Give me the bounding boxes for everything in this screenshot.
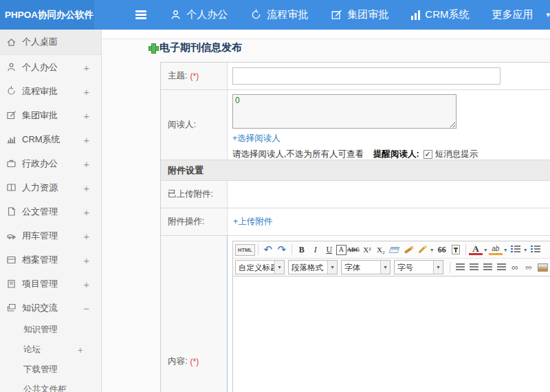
paste-plain-icon[interactable] [449, 243, 463, 257]
sidebar-item-11[interactable]: 项目管理+ [0, 272, 101, 296]
sidebar-subitem-3[interactable]: 下载管理 [0, 360, 101, 380]
sidebar-item-9[interactable]: 用车管理+ [0, 224, 101, 248]
expander-icon[interactable]: + [78, 345, 83, 356]
custom-title-select[interactable]: 自定义标题▾ [235, 260, 285, 274]
sidebar-item-2[interactable]: 个人办公+ [0, 55, 101, 79]
topnav-item-5[interactable]: 更多应用 [492, 8, 533, 21]
sidebar-item-12[interactable]: 知识交流− [0, 296, 101, 320]
expander-icon[interactable]: + [83, 278, 89, 290]
expander-icon[interactable]: + [83, 109, 89, 121]
sidebar-item-7[interactable]: 人力资源+ [0, 175, 101, 199]
sidebar: 个人桌面个人办公+流程审批+集团审批+CRM系统+行政办公+人力资源+公文管理+… [0, 30, 102, 392]
subject-label: 主题: (*) [161, 63, 228, 89]
redo-icon[interactable]: ↷ [275, 243, 289, 257]
underline-icon[interactable]: U [322, 243, 336, 257]
strikethrough-icon[interactable]: ABC [346, 243, 360, 257]
uploaded-attachments-value [228, 181, 550, 208]
ordered-list-icon[interactable] [509, 243, 522, 257]
required-mark: (*) [190, 357, 199, 367]
readers-textarea[interactable]: 0 [232, 94, 456, 129]
expander-icon[interactable]: + [83, 206, 89, 217]
expander-icon[interactable]: + [83, 230, 89, 241]
readers-label: 阅读人: [161, 90, 228, 160]
highlight-color-icon[interactable]: ab [489, 244, 503, 255]
ordered-list-icon-dropdown-arrow[interactable]: ▾ [522, 243, 529, 257]
topnav-item-label: 个人办公 [186, 8, 228, 21]
sidebar-item-label: 个人办公 [22, 61, 58, 74]
topnav-item-2[interactable]: 流程审批 [250, 8, 308, 21]
sidebar-item-4[interactable]: 集团审批+ [0, 103, 101, 127]
insert-image-icon [538, 263, 548, 272]
sidebar-item-6[interactable]: 行政办公+ [0, 151, 101, 175]
process-icon [250, 9, 262, 21]
undo-icon[interactable]: ↶ [261, 243, 275, 257]
topnav-item-3[interactable]: 集团审批 [331, 8, 388, 21]
unordered-list-icon[interactable] [529, 243, 542, 257]
subject-row: 主题: (*) [161, 63, 550, 90]
superscript-icon[interactable]: X² [360, 243, 374, 257]
autotypeset-icon[interactable] [415, 243, 429, 257]
topnav-item-4[interactable]: CRM系统 [411, 8, 469, 21]
align-center-icon [470, 263, 478, 272]
expander-icon[interactable]: + [83, 61, 89, 73]
expander-icon[interactable]: + [83, 254, 89, 265]
insert-image-icon[interactable] [536, 261, 549, 274]
align-right-icon[interactable] [481, 261, 494, 274]
blockquote-icon[interactable]: 66 [435, 243, 449, 257]
topnav-item-1[interactable]: 个人办公 [170, 8, 228, 21]
custom-title-select-arrow-icon[interactable]: ▾ [274, 261, 284, 274]
page-title: 电子期刊信息发布 [160, 41, 242, 54]
html-source-button[interactable]: HTML [235, 244, 255, 256]
unlink-icon[interactable]: ∞ [522, 261, 536, 274]
hamburger-menu-icon[interactable] [135, 10, 146, 19]
font-family-select[interactable]: 字体▾ [341, 260, 390, 274]
sidebar-item-8[interactable]: 公文管理+ [0, 199, 101, 224]
sidebar-subitem-1[interactable]: 知识管理 [0, 320, 101, 340]
book-icon [6, 182, 16, 193]
font-size-select[interactable]: 字号▾ [394, 260, 443, 274]
page-title-row: 电子期刊信息发布 [148, 41, 242, 54]
sidebar-item-label: 公文管理 [22, 206, 58, 218]
link-icon[interactable]: ∞ [508, 261, 522, 274]
upload-attachment-link[interactable]: +上传附件 [233, 216, 272, 228]
sidebar-item-1[interactable]: 个人桌面 [0, 30, 101, 55]
sidebar-item-3[interactable]: 流程审批+ [0, 79, 101, 103]
select-readers-link[interactable]: +选择阅读人 [232, 133, 280, 144]
expander-icon[interactable]: + [83, 157, 89, 169]
align-justify-icon[interactable] [494, 261, 508, 274]
align-center-icon[interactable] [467, 261, 481, 274]
font-family-select-arrow-icon[interactable]: ▾ [380, 261, 390, 274]
char-border-icon[interactable]: A [336, 245, 346, 255]
sidebar-item-10[interactable]: 档案管理+ [0, 248, 101, 272]
paste-plain-icon [452, 245, 460, 254]
expander-icon[interactable]: + [83, 133, 89, 145]
autotypeset-icon-dropdown-arrow[interactable]: ▾ [429, 243, 435, 257]
subscript-icon[interactable]: X₂ [374, 243, 388, 257]
sidebar-item-5[interactable]: CRM系统+ [0, 127, 101, 151]
font-size-select-arrow-icon[interactable]: ▾ [433, 261, 443, 274]
remove-format-icon[interactable] [388, 243, 402, 257]
subject-input[interactable] [232, 67, 500, 85]
bold-icon[interactable]: B [295, 243, 309, 257]
content-label: 内容: (*) [161, 236, 228, 392]
sidebar-item-label: 人力资源 [22, 182, 58, 194]
readers-row: 阅读人: 0 +选择阅读人 请选择阅读人,不选为所有人可查看 提醒阅读人: ✓ … [161, 90, 550, 160]
paragraph-format-select[interactable]: 段落格式▾ [288, 260, 338, 274]
italic-icon[interactable]: I [309, 243, 322, 257]
align-left-icon[interactable] [453, 261, 467, 274]
expander-icon[interactable]: − [83, 302, 89, 314]
highlight-color-icon-dropdown-arrow[interactable]: ▾ [503, 243, 509, 257]
expander-icon[interactable]: + [83, 85, 89, 97]
sidebar-subitem-2[interactable]: 论坛+ [0, 340, 101, 360]
paragraph-format-select-value: 段落格式 [289, 261, 327, 274]
sidebar-subitem-4[interactable]: 公共文件柜 [0, 380, 101, 392]
more-apps-caret-icon[interactable]: ▾ [546, 10, 550, 19]
editor-content-area[interactable] [233, 276, 550, 392]
document-icon [6, 206, 16, 217]
sms-checkbox[interactable]: ✓ [424, 150, 432, 159]
font-color-icon[interactable]: A [469, 244, 483, 255]
font-color-icon-dropdown-arrow[interactable]: ▾ [483, 243, 489, 257]
expander-icon[interactable]: + [83, 182, 89, 193]
paragraph-format-select-arrow-icon[interactable]: ▾ [327, 261, 337, 274]
format-painter-icon[interactable] [402, 243, 415, 257]
